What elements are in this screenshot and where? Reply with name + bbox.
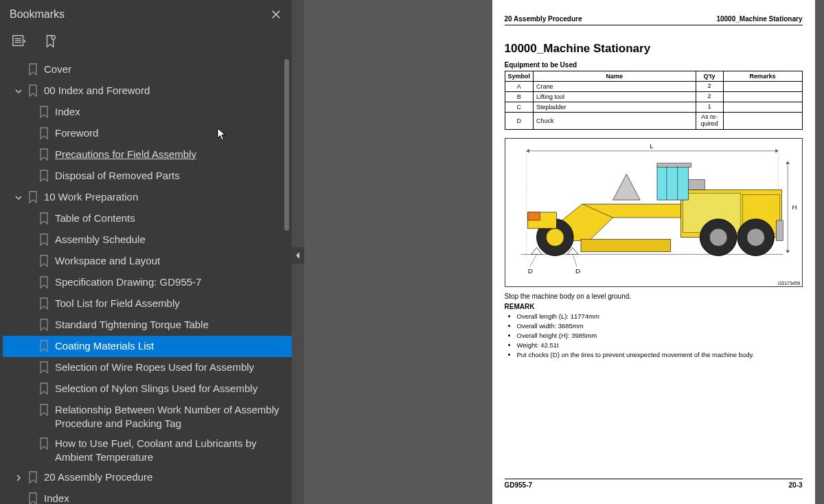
bookmark-label: Index — [44, 491, 288, 504]
bookmark-item-sched[interactable]: Assembly Schedule — [3, 229, 292, 251]
svg-text:D: D — [527, 267, 532, 275]
bookmark-item-index2[interactable]: Index — [3, 488, 292, 504]
bookmark-label: Coating Materials List — [55, 339, 288, 353]
bookmark-item-fuel[interactable]: How to Use Fuel, Coolant and Lubricants … — [3, 433, 292, 467]
close-icon[interactable] — [270, 8, 282, 21]
svg-point-28 — [709, 229, 727, 247]
bookmark-item-index1[interactable]: Index — [3, 102, 292, 123]
table-row: DChockAs re-quired — [505, 113, 802, 130]
bookmark-icon — [38, 170, 49, 182]
bookmark-item-disposal[interactable]: Disposal of Removed Parts — [3, 165, 292, 187]
table-row: ACrane2 — [505, 82, 802, 92]
bookmark-label: Tool List for Field Assembly — [55, 296, 288, 310]
bookmark-item-precautions[interactable]: Precautions for Field Assembly — [3, 144, 292, 165]
bookmark-icon — [38, 340, 49, 352]
bookmark-icon — [38, 361, 49, 374]
svg-line-12 — [529, 254, 536, 266]
list-item: Put chocks (D) on the tires to prevent u… — [517, 351, 803, 358]
bookmark-item-coating[interactable]: Coating Materials List — [3, 336, 292, 357]
page-title: 10000_Machine Stationary — [505, 42, 803, 56]
page-header-left: 20 Assembly Procedure — [505, 15, 582, 23]
bookmark-label: Selection of Nylon Slings Used for Assem… — [55, 381, 288, 396]
chevron-down-icon[interactable] — [12, 192, 25, 204]
bookmark-icon — [27, 492, 38, 504]
machine-diagram: L H D D — [505, 138, 803, 287]
svg-line-13 — [573, 254, 577, 266]
scrollbar-thumb[interactable] — [284, 59, 289, 231]
bookmark-item-toc[interactable]: Table of Contents — [3, 208, 292, 229]
remark-list: Overall length (L): 11774mmOverall width… — [505, 310, 803, 358]
page-header-right: 10000_Machine Stationary — [716, 15, 802, 23]
bookmark-label: Standard Tightening Torque Table — [55, 317, 288, 332]
list-item: Overall length (L): 11774mm — [517, 312, 803, 320]
bookmarks-panel: Bookmarks Cover00 Index and ForewordInde… — [0, 0, 292, 504]
bookmark-label: Selection of Wire Ropes Used for Assembl… — [55, 360, 288, 374]
bookmark-label: Disposal of Removed Parts — [55, 168, 288, 183]
equipment-table: Symbol Name Q'ty Remarks ACrane2BLifting… — [505, 71, 803, 130]
bookmark-label: Relationship Between Work Number of Asse… — [55, 402, 288, 431]
bookmark-item-spec[interactable]: Specification Drawing: GD955-7 — [3, 272, 292, 293]
bookmark-item-i0[interactable]: 00 Index and Foreword — [3, 80, 292, 102]
page-footer-left: GD955-7 — [505, 481, 533, 489]
bookmark-label: Table of Contents — [55, 211, 288, 225]
bookmark-item-nylon[interactable]: Selection of Nylon Slings Used for Assem… — [3, 378, 292, 400]
bookmark-item-foreword[interactable]: Foreword — [3, 123, 292, 144]
bookmark-icon — [38, 106, 49, 118]
bookmark-icon — [38, 437, 49, 450]
document-canvas: 20 Assembly Procedure 10000_Machine Stat… — [304, 0, 824, 504]
svg-text:H: H — [792, 203, 797, 211]
bookmark-item-i20[interactable]: 20 Assembly Procedure — [3, 467, 292, 488]
bookmark-label: Assembly Schedule — [55, 232, 288, 247]
bookmark-label: Cover — [44, 62, 288, 76]
page-note: Stop the machine body on a level ground. — [505, 293, 803, 300]
diagram-id: G0173459 — [778, 281, 801, 286]
bookmark-item-wl[interactable]: Workspace and Layout — [3, 251, 292, 272]
col-remarks: Remarks — [723, 71, 802, 82]
bookmark-label: Specification Drawing: GD955-7 — [55, 275, 288, 289]
bookmark-item-cover[interactable]: Cover — [3, 59, 292, 80]
col-qty: Q'ty — [696, 71, 723, 82]
bookmark-icon — [38, 212, 49, 225]
list-item: Overall height (H): 3985mm — [517, 332, 803, 339]
bookmark-icon — [38, 297, 49, 310]
bookmark-icon — [38, 127, 49, 139]
bookmark-icon — [38, 404, 49, 416]
bookmark-icon — [38, 382, 49, 395]
bookmark-item-torque[interactable]: Standard Tightening Torque Table — [3, 314, 292, 336]
svg-point-30 — [746, 229, 764, 247]
remark-heading: REMARK — [505, 303, 803, 310]
chevron-down-icon[interactable] — [12, 85, 25, 98]
splitter-collapse-icon[interactable] — [292, 247, 304, 264]
svg-rect-24 — [580, 239, 670, 251]
bookmark-icon — [38, 319, 49, 331]
svg-text:D: D — [575, 267, 580, 275]
svg-text:L: L — [650, 142, 654, 150]
bookmark-item-wire[interactable]: Selection of Wire Ropes Used for Assembl… — [3, 357, 292, 378]
col-symbol: Symbol — [505, 71, 534, 82]
bookmark-icon — [38, 276, 49, 288]
table-row: BLifting tool2 — [505, 92, 802, 102]
bookmark-icon — [27, 63, 38, 76]
bookmark-label: Index — [55, 104, 288, 119]
bookmark-icon — [38, 148, 49, 161]
panel-splitter[interactable] — [292, 0, 304, 504]
bookmark-label: Foreword — [55, 126, 288, 140]
bookmark-label: 00 Index and Foreword — [44, 83, 288, 98]
svg-point-4 — [52, 36, 56, 40]
bookmark-icon — [38, 255, 49, 267]
bookmark-item-tool[interactable]: Tool List for Field Assembly — [3, 293, 292, 314]
bookmark-label: Precautions for Field Assembly — [55, 147, 288, 161]
outline-options-icon[interactable] — [10, 34, 29, 49]
bookmark-item-i10[interactable]: 10 Work Preparation — [3, 187, 292, 208]
bookmark-label: 10 Work Preparation — [44, 190, 288, 204]
svg-point-26 — [546, 229, 564, 247]
list-item: Overall width: 3685mm — [517, 322, 803, 330]
bookmark-tag-icon[interactable] — [41, 34, 60, 49]
chevron-right-icon[interactable] — [12, 472, 25, 484]
svg-rect-20 — [656, 163, 691, 167]
bookmark-item-rel[interactable]: Relationship Between Work Number of Asse… — [3, 400, 292, 433]
bookmark-icon — [38, 233, 49, 246]
bookmark-icon — [27, 471, 38, 483]
document-page: 20 Assembly Procedure 10000_Machine Stat… — [492, 0, 815, 504]
page-footer-right: 20-3 — [788, 481, 802, 489]
